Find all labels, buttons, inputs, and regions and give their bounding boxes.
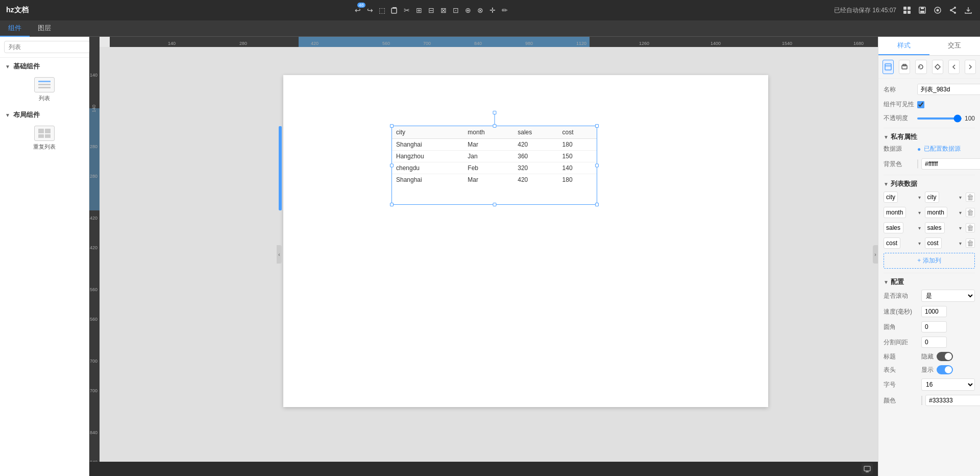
- tab-style[interactable]: 样式: [878, 37, 929, 55]
- cell-month-4: Mar: [463, 174, 513, 186]
- tab-components[interactable]: 组件: [0, 20, 30, 37]
- datasource-link[interactable]: ●: [917, 146, 921, 153]
- gap-input[interactable]: [921, 337, 947, 348]
- sales-delete-btn[interactable]: 🗑: [966, 223, 975, 232]
- month-key-select[interactable]: month: [884, 207, 906, 218]
- zoom-icon[interactable]: ⊕: [462, 5, 474, 16]
- collapse-left[interactable]: ‹: [277, 245, 282, 264]
- table-widget[interactable]: city month sales cost Shanghai Mar 420: [391, 126, 597, 205]
- table-row: Hangzhou Jan 360 150: [392, 151, 597, 162]
- panel-icon-arrow-left[interactable]: [948, 60, 960, 74]
- sales-value-select[interactable]: sales: [925, 222, 945, 233]
- collapse-right[interactable]: ›: [873, 245, 878, 264]
- copy-icon[interactable]: ⬚: [377, 5, 388, 16]
- redo-icon[interactable]: ↪: [364, 5, 376, 16]
- cut-icon[interactable]: ✂: [401, 5, 412, 16]
- main-layout: 🔍 ✕ ▼ 基础组件 列表 ▼ 布局组件: [0, 37, 980, 476]
- cost-delete-btn[interactable]: 🗑: [966, 239, 975, 248]
- save-icon[interactable]: [917, 5, 928, 16]
- search-input[interactable]: [4, 41, 90, 53]
- fontsize-select[interactable]: 16: [921, 378, 975, 391]
- target-icon[interactable]: ⊗: [475, 5, 486, 16]
- pen-icon[interactable]: ✏: [499, 5, 510, 16]
- panel-icon-layers2[interactable]: [899, 60, 910, 74]
- panel-icon-rotate[interactable]: [915, 60, 926, 74]
- cell-cost-3: 140: [558, 162, 597, 174]
- ruler-mark: 280: [239, 41, 247, 46]
- col-header-sales: sales: [513, 126, 558, 139]
- resize-tl[interactable]: [390, 124, 394, 128]
- prop-visibility-checkbox[interactable]: [917, 101, 924, 108]
- panel-icon-crop[interactable]: [932, 60, 943, 74]
- ruler-mark: 1400: [710, 41, 721, 46]
- grid-icon[interactable]: ⊞: [413, 5, 425, 16]
- prop-opacity-slider[interactable]: [917, 117, 962, 120]
- resize-tr[interactable]: [595, 124, 599, 128]
- resize-bc[interactable]: [493, 203, 496, 206]
- section-private-props[interactable]: ▼ 私有属性: [884, 132, 975, 141]
- ruler-mark: 700: [423, 41, 431, 46]
- component-list[interactable]: 列表: [0, 73, 89, 106]
- city-delete-btn[interactable]: 🗑: [966, 193, 975, 202]
- move-icon[interactable]: ✛: [487, 5, 498, 16]
- prop-name-input[interactable]: [917, 84, 980, 95]
- header-toggle[interactable]: [937, 365, 953, 374]
- tab-interact[interactable]: 交互: [929, 37, 981, 55]
- resize-ml[interactable]: [390, 163, 394, 167]
- cost-value-select[interactable]: cost: [925, 237, 942, 249]
- export-icon[interactable]: [963, 5, 974, 16]
- section-table-data[interactable]: ▼ 列表数据: [884, 179, 975, 188]
- tab-layers[interactable]: 图层: [30, 20, 59, 37]
- month-value-select[interactable]: month: [925, 207, 947, 218]
- grid-view-icon[interactable]: [901, 5, 913, 16]
- color-input[interactable]: [925, 395, 980, 406]
- paste-icon[interactable]: [389, 5, 400, 16]
- title-label: 标题: [884, 352, 918, 361]
- city-key-select[interactable]: city: [884, 192, 898, 203]
- bg-label: 背景色: [884, 160, 914, 169]
- section-basic-components[interactable]: ▼ 基础组件: [0, 58, 89, 73]
- ruler-v-mark: 560: [90, 317, 97, 322]
- svg-point-10: [936, 9, 939, 12]
- bg-color-input[interactable]: [921, 158, 980, 170]
- speed-input[interactable]: [921, 306, 947, 317]
- share2-icon[interactable]: [947, 5, 959, 16]
- search-bar: 🔍 ✕: [0, 37, 89, 58]
- anchor-dot[interactable]: [493, 111, 496, 114]
- component-repeat-list[interactable]: 重复列表: [0, 122, 89, 155]
- distribute-icon[interactable]: ⊡: [450, 5, 461, 16]
- radius-input[interactable]: [921, 321, 947, 332]
- cost-key-select[interactable]: cost: [884, 237, 900, 249]
- month-delete-btn[interactable]: 🗑: [966, 208, 975, 217]
- table-col-month-row: month month 🗑: [884, 207, 975, 218]
- panel-icon-arrow-right[interactable]: [965, 60, 976, 74]
- preview-icon[interactable]: [932, 5, 943, 16]
- resize-mr[interactable]: [595, 163, 599, 167]
- config-scroll-row: 是否滚动 是: [884, 290, 975, 302]
- table-row: chengdu Feb 320 140: [392, 162, 597, 174]
- ruler-v-mark: 420: [90, 216, 97, 221]
- svg-rect-2: [903, 7, 906, 10]
- city-value-select[interactable]: city: [925, 192, 939, 203]
- scroll-select[interactable]: 是: [921, 290, 975, 302]
- config-header-row: 表头 显示: [884, 365, 975, 374]
- svg-rect-8: [920, 11, 924, 13]
- resize-tc[interactable]: [493, 124, 496, 128]
- add-col-button[interactable]: + 添加列: [884, 253, 975, 269]
- section-layout-components[interactable]: ▼ 布局组件: [0, 106, 89, 122]
- align-icon[interactable]: ⊟: [426, 5, 437, 16]
- align2-icon[interactable]: ⊠: [438, 5, 449, 16]
- resize-bl[interactable]: [390, 203, 394, 206]
- resize-br[interactable]: [595, 203, 599, 206]
- section-config[interactable]: ▼ 配置: [884, 277, 975, 287]
- undo-icon[interactable]: ↩ 48: [352, 5, 363, 16]
- bg-color-box[interactable]: [917, 159, 918, 169]
- color-box[interactable]: [921, 396, 922, 405]
- sales-key-select[interactable]: sales: [884, 222, 903, 233]
- title-toggle[interactable]: [937, 352, 953, 361]
- table-col-cost-row: cost cost 🗑: [884, 237, 975, 249]
- ruler-horizontal: 140 280 420 560 700 840 980 1120 1260 14…: [110, 37, 878, 47]
- panel-icon-layout[interactable]: [883, 60, 894, 74]
- datasource-value[interactable]: 已配置数据源: [924, 145, 961, 153]
- device-icon[interactable]: [862, 463, 873, 474]
